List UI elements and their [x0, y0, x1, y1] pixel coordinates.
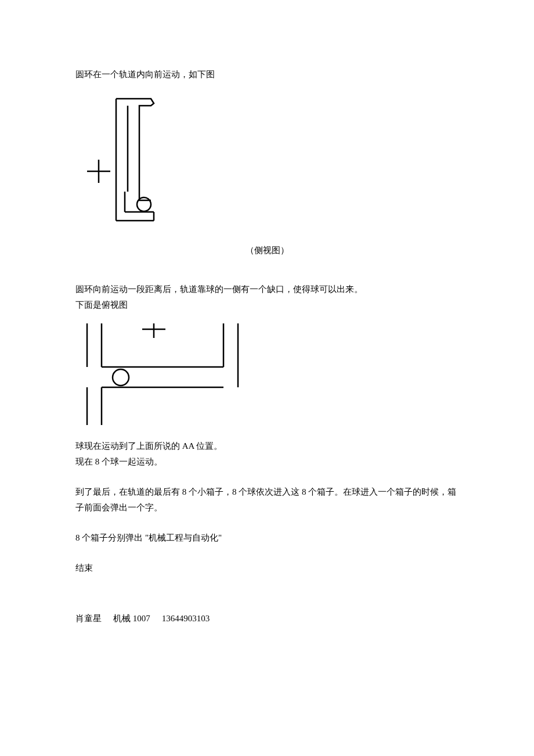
side-view-figure [75, 93, 459, 232]
paragraph-5: 8 个箱子分别弹出 "机械工程与自动化" [75, 530, 459, 546]
side-view-svg [75, 93, 168, 232]
signature-name: 肖童星 [75, 611, 102, 627]
top-view-svg [75, 323, 244, 428]
signature-class: 机械 1007 [113, 611, 150, 627]
caption-side-view: （侧视图） [75, 243, 459, 258]
top-view-figure [75, 323, 459, 428]
paragraph-1: 圆环在一个轨道内向前运动，如下图 [75, 67, 459, 82]
paragraph-4: 到了最后，在轨道的最后有 8 个小箱子，8 个球依次进入这 8 个箱子。在球进入… [75, 484, 459, 516]
paragraph-2b: 下面是俯视图 [75, 297, 459, 313]
svg-point-18 [113, 369, 129, 386]
paragraph-3b: 现在 8 个球一起运动。 [75, 454, 459, 470]
paragraph-2a: 圆环向前运动一段距离后，轨道靠球的一侧有一个缺口，使得球可以出来。 [75, 282, 459, 297]
signature-phone: 13644903103 [162, 611, 210, 627]
paragraph-3a: 球现在运动到了上面所说的 AA 位置。 [75, 438, 459, 454]
paragraph-end: 结束 [75, 560, 459, 576]
signature-line: 肖童星 机械 1007 13644903103 [75, 611, 459, 627]
svg-point-6 [137, 197, 151, 211]
